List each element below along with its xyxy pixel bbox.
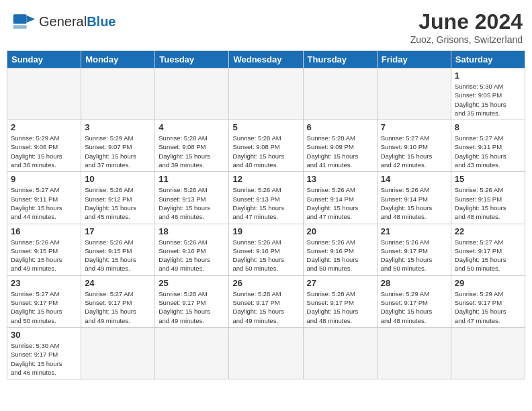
calendar-cell [451,327,525,379]
calendar-cell: 10Sunrise: 5:26 AM Sunset: 9:12 PM Dayli… [81,172,155,224]
day-number: 29 [455,278,521,288]
sun-info: Sunrise: 5:28 AM Sunset: 9:09 PM Dayligh… [307,134,373,169]
calendar-cell: 17Sunrise: 5:26 AM Sunset: 9:15 PM Dayli… [81,224,155,275]
sun-info: Sunrise: 5:26 AM Sunset: 9:14 PM Dayligh… [307,185,373,221]
day-number: 9 [11,174,77,184]
sun-info: Sunrise: 5:27 AM Sunset: 9:17 PM Dayligh… [85,289,151,325]
day-number: 10 [85,174,151,184]
calendar-week-row: 9Sunrise: 5:27 AM Sunset: 9:11 PM Daylig… [7,172,525,224]
calendar-cell: 29Sunrise: 5:29 AM Sunset: 9:17 PM Dayli… [451,275,525,327]
sun-info: Sunrise: 5:26 AM Sunset: 9:15 PM Dayligh… [11,238,77,273]
location-subtitle: Zuoz, Grisons, Switzerland [410,34,523,45]
weekday-header-saturday: Saturday [451,51,525,68]
weekday-header-friday: Friday [377,51,451,68]
sun-info: Sunrise: 5:27 AM Sunset: 9:17 PM Dayligh… [11,289,77,325]
calendar-cell: 7Sunrise: 5:27 AM Sunset: 9:10 PM Daylig… [377,120,451,172]
day-number: 5 [232,122,299,132]
day-number: 1 [455,71,521,81]
calendar-cell [155,68,229,120]
day-number: 11 [159,174,225,184]
calendar-cell: 23Sunrise: 5:27 AM Sunset: 9:17 PM Dayli… [7,275,81,327]
day-number: 28 [381,278,447,288]
day-number: 3 [85,122,151,132]
sun-info: Sunrise: 5:30 AM Sunset: 9:17 PM Dayligh… [11,341,77,377]
sun-info: Sunrise: 5:28 AM Sunset: 9:08 PM Dayligh… [232,134,299,169]
calendar-cell: 12Sunrise: 5:26 AM Sunset: 9:13 PM Dayli… [229,172,303,224]
day-number: 2 [11,122,77,132]
svg-rect-2 [13,25,27,28]
calendar-cell [81,327,155,379]
calendar-cell [229,327,303,379]
day-number: 12 [232,174,299,184]
day-number: 25 [159,278,225,288]
calendar-cell: 26Sunrise: 5:28 AM Sunset: 9:17 PM Dayli… [229,275,303,327]
day-number: 7 [381,122,447,132]
day-number: 26 [232,278,299,288]
day-number: 4 [159,122,225,132]
calendar-cell: 11Sunrise: 5:26 AM Sunset: 9:13 PM Dayli… [155,172,229,224]
sun-info: Sunrise: 5:28 AM Sunset: 9:08 PM Dayligh… [159,134,225,169]
sun-info: Sunrise: 5:28 AM Sunset: 9:17 PM Dayligh… [232,289,299,325]
sun-info: Sunrise: 5:27 AM Sunset: 9:17 PM Dayligh… [455,238,521,273]
calendar-cell: 4Sunrise: 5:28 AM Sunset: 9:08 PM Daylig… [155,120,229,172]
day-number: 6 [307,122,373,132]
calendar-cell: 24Sunrise: 5:27 AM Sunset: 9:17 PM Dayli… [81,275,155,327]
calendar-cell: 25Sunrise: 5:28 AM Sunset: 9:17 PM Dayli… [155,275,229,327]
calendar-cell: 2Sunrise: 5:29 AM Sunset: 9:06 PM Daylig… [7,120,81,172]
day-number: 14 [381,174,447,184]
calendar-cell [303,327,377,379]
calendar-week-row: 23Sunrise: 5:27 AM Sunset: 9:17 PM Dayli… [7,275,525,327]
svg-marker-1 [27,15,36,23]
calendar-cell: 19Sunrise: 5:26 AM Sunset: 9:16 PM Dayli… [229,224,303,275]
weekday-header-thursday: Thursday [303,51,377,68]
calendar-cell [377,327,451,379]
calendar-cell: 18Sunrise: 5:26 AM Sunset: 9:16 PM Dayli… [155,224,229,275]
sun-info: Sunrise: 5:26 AM Sunset: 9:16 PM Dayligh… [232,238,299,273]
sun-info: Sunrise: 5:26 AM Sunset: 9:17 PM Dayligh… [381,238,447,273]
sun-info: Sunrise: 5:26 AM Sunset: 9:15 PM Dayligh… [85,238,151,273]
day-number: 23 [11,278,77,288]
calendar-cell: 8Sunrise: 5:27 AM Sunset: 9:11 PM Daylig… [451,120,525,172]
calendar-cell: 28Sunrise: 5:29 AM Sunset: 9:17 PM Dayli… [377,275,451,327]
weekday-header-monday: Monday [81,51,155,68]
day-number: 15 [455,174,521,184]
sun-info: Sunrise: 5:26 AM Sunset: 9:16 PM Dayligh… [307,238,373,273]
svg-rect-0 [13,14,27,24]
sun-info: Sunrise: 5:27 AM Sunset: 9:10 PM Dayligh… [381,134,447,169]
weekday-header-tuesday: Tuesday [155,51,229,68]
sun-info: Sunrise: 5:26 AM Sunset: 9:16 PM Dayligh… [159,238,225,273]
calendar-cell: 5Sunrise: 5:28 AM Sunset: 9:08 PM Daylig… [229,120,303,172]
calendar-table: SundayMondayTuesdayWednesdayThursdayFrid… [7,50,525,379]
title-section: June 2024 Zuoz, Grisons, Switzerland [410,9,523,45]
sun-info: Sunrise: 5:26 AM Sunset: 9:15 PM Dayligh… [455,185,521,221]
calendar-cell [155,327,229,379]
sun-info: Sunrise: 5:28 AM Sunset: 9:17 PM Dayligh… [307,289,373,325]
calendar-cell: 15Sunrise: 5:26 AM Sunset: 9:15 PM Dayli… [451,172,525,224]
calendar-header-row: SundayMondayTuesdayWednesdayThursdayFrid… [7,51,525,68]
calendar-week-row: 1Sunrise: 5:30 AM Sunset: 9:05 PM Daylig… [7,68,525,120]
day-number: 8 [455,122,521,132]
calendar-cell: 13Sunrise: 5:26 AM Sunset: 9:14 PM Dayli… [303,172,377,224]
calendar-cell: 22Sunrise: 5:27 AM Sunset: 9:17 PM Dayli… [451,224,525,275]
calendar-cell: 27Sunrise: 5:28 AM Sunset: 9:17 PM Dayli… [303,275,377,327]
day-number: 21 [381,226,447,236]
sun-info: Sunrise: 5:26 AM Sunset: 9:12 PM Dayligh… [85,185,151,221]
logo: GeneralBlue [12,9,116,34]
day-number: 17 [85,226,151,236]
sun-info: Sunrise: 5:29 AM Sunset: 9:17 PM Dayligh… [381,289,447,325]
sun-info: Sunrise: 5:26 AM Sunset: 9:13 PM Dayligh… [232,185,299,221]
calendar-cell: 30Sunrise: 5:30 AM Sunset: 9:17 PM Dayli… [7,327,81,379]
day-number: 22 [455,226,521,236]
logo-text: GeneralBlue [39,14,116,30]
day-number: 19 [232,226,299,236]
calendar-week-row: 16Sunrise: 5:26 AM Sunset: 9:15 PM Dayli… [7,224,525,275]
sun-info: Sunrise: 5:27 AM Sunset: 9:11 PM Dayligh… [455,134,521,169]
day-number: 20 [307,226,373,236]
day-number: 16 [11,226,77,236]
sun-info: Sunrise: 5:29 AM Sunset: 9:17 PM Dayligh… [455,289,521,325]
calendar-cell: 16Sunrise: 5:26 AM Sunset: 9:15 PM Dayli… [7,224,81,275]
calendar-cell: 9Sunrise: 5:27 AM Sunset: 9:11 PM Daylig… [7,172,81,224]
calendar-cell: 14Sunrise: 5:26 AM Sunset: 9:14 PM Dayli… [377,172,451,224]
calendar-cell: 1Sunrise: 5:30 AM Sunset: 9:05 PM Daylig… [451,68,525,120]
calendar-cell [377,68,451,120]
